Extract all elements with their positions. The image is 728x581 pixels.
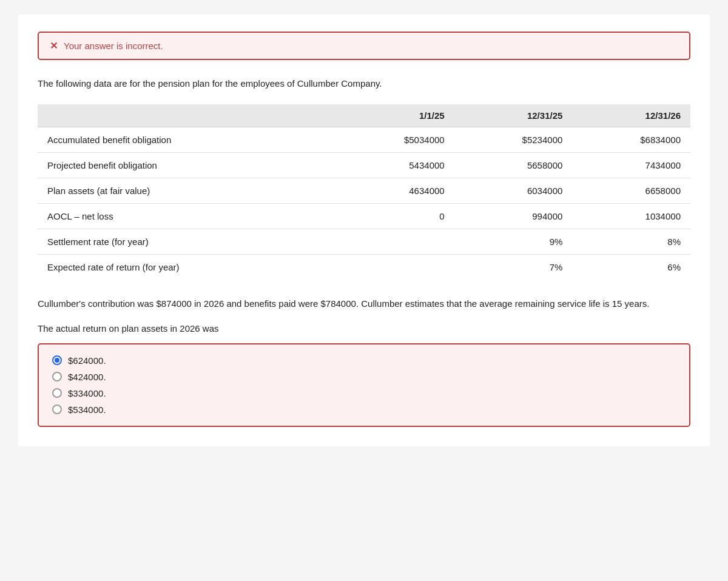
radio-selected-icon — [52, 355, 62, 365]
row-value: 994000 — [454, 203, 573, 229]
row-value: 5434000 — [336, 152, 454, 178]
intro-text: The following data are for the pension p… — [38, 77, 690, 91]
col-header-date3: 12/31/26 — [572, 104, 690, 127]
question-text: The actual return on plan assets in 2026… — [38, 323, 690, 334]
row-value — [336, 254, 454, 280]
row-label: AOCL – net loss — [38, 203, 336, 229]
row-value — [336, 229, 454, 254]
col-header-label — [38, 104, 336, 127]
row-value: 8% — [572, 229, 690, 254]
page-wrapper: ✕ Your answer is incorrect. The followin… — [18, 15, 710, 446]
col-header-date1: 1/1/25 — [336, 104, 454, 127]
radio-label: $334000. — [68, 388, 106, 398]
radio-unselected-icon — [52, 405, 62, 414]
table-header-row: 1/1/25 12/31/25 12/31/26 — [38, 104, 690, 127]
table-row: Expected rate of return (for year)7%6% — [38, 254, 690, 280]
radio-option[interactable]: $624000. — [52, 355, 676, 366]
row-value: $6834000 — [572, 127, 690, 152]
row-value: 7% — [454, 254, 573, 280]
contribution-text: Cullumber's contribution was $874000 in … — [38, 297, 690, 311]
row-value: 6% — [572, 254, 690, 280]
radio-option[interactable]: $534000. — [52, 405, 676, 415]
table-row: Projected benefit obligation543400056580… — [38, 152, 690, 178]
row-label: Settlement rate (for year) — [38, 229, 336, 254]
alert-message: Your answer is incorrect. — [64, 41, 163, 51]
row-value: 6034000 — [454, 178, 573, 203]
row-value: $5234000 — [454, 127, 573, 152]
row-value: 4634000 — [336, 178, 454, 203]
table-row: Accumulated benefit obligation$5034000$5… — [38, 127, 690, 152]
row-value: 5658000 — [454, 152, 573, 178]
row-label: Accumulated benefit obligation — [38, 127, 336, 152]
row-value: 0 — [336, 203, 454, 229]
radio-option[interactable]: $334000. — [52, 388, 676, 398]
table-row: AOCL – net loss09940001034000 — [38, 203, 690, 229]
radio-unselected-icon — [52, 388, 62, 398]
error-icon: ✕ — [50, 40, 58, 52]
alert-box: ✕ Your answer is incorrect. — [38, 32, 690, 60]
radio-unselected-icon — [52, 372, 62, 381]
radio-label: $624000. — [68, 355, 106, 366]
table-row: Settlement rate (for year)9%8% — [38, 229, 690, 254]
radio-label: $424000. — [68, 372, 106, 382]
row-value: 6658000 — [572, 178, 690, 203]
row-label: Expected rate of return (for year) — [38, 254, 336, 280]
row-value: 1034000 — [572, 203, 690, 229]
answer-box: $624000.$424000.$334000.$534000. — [38, 343, 690, 427]
row-value: 7434000 — [572, 152, 690, 178]
radio-label: $534000. — [68, 405, 106, 415]
row-value: $5034000 — [336, 127, 454, 152]
table-row: Plan assets (at fair value)4634000603400… — [38, 178, 690, 203]
radio-option[interactable]: $424000. — [52, 372, 676, 382]
data-table: 1/1/25 12/31/25 12/31/26 Accumulated ben… — [38, 104, 690, 280]
row-value: 9% — [454, 229, 573, 254]
row-label: Plan assets (at fair value) — [38, 178, 336, 203]
col-header-date2: 12/31/25 — [454, 104, 573, 127]
row-label: Projected benefit obligation — [38, 152, 336, 178]
